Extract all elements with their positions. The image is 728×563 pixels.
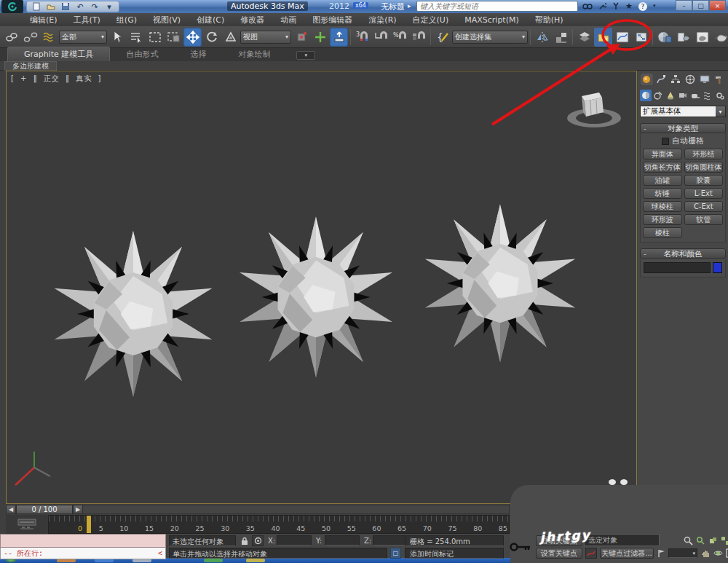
time-configuration-button[interactable] [657,548,667,559]
use-pivot-point-button[interactable] [292,28,310,47]
set-keys-button[interactable] [508,535,533,558]
select-and-manipulate-button[interactable] [311,28,329,47]
maximize-viewport-toggle[interactable] [725,548,728,559]
shapes-category-icon[interactable] [652,90,664,101]
object-type-button[interactable]: 环形波 [643,214,682,225]
percent-snap-button[interactable]: % [391,28,409,47]
geometry-category-icon[interactable] [640,90,652,101]
search-input[interactable] [417,1,577,11]
qat-options-icon[interactable]: ▾ [103,1,115,12]
select-and-move-button[interactable] [183,28,202,47]
orbit-button[interactable] [713,548,724,559]
select-and-rotate-button[interactable] [202,28,221,47]
systems-category-icon[interactable] [714,90,726,101]
close-button[interactable]: × [709,0,726,11]
object-type-button[interactable]: 异面体 [643,149,682,160]
menu-item[interactable]: 编辑(E) [22,13,66,26]
set-key-button[interactable]: 设置关键点 [536,548,582,559]
spinner-snap-button[interactable] [410,28,428,47]
zoom-extents-button[interactable] [708,535,719,546]
curve-editor-button[interactable] [613,28,631,47]
menu-item[interactable]: 动画 [272,13,304,26]
help-icon[interactable]: ? [638,2,647,11]
object-type-button[interactable]: 胶囊 [684,175,724,186]
z-coordinate-field[interactable] [373,535,408,546]
track-bar-ruler[interactable]: 0510152025303540455055606570758085 [48,515,510,534]
object-type-button[interactable]: 球棱柱 [643,201,682,212]
absolute-mode-toggle[interactable] [252,535,264,546]
menu-item[interactable]: 自定义(U) [405,13,457,26]
edit-named-selection-sets-button[interactable]: { [433,28,451,47]
menu-item[interactable]: 修改器 [232,13,272,26]
space-warps-category-icon[interactable] [702,90,713,101]
select-object-button[interactable] [108,28,126,47]
menu-item[interactable]: 渲染(R) [360,13,404,26]
previous-frame-button[interactable]: ◀ [6,505,16,514]
y-coordinate-field[interactable] [325,535,360,546]
hedra-object-3[interactable] [425,204,576,362]
material-editor-button[interactable] [655,28,673,47]
ribbon-tab[interactable]: Graphite 建模工具 [7,47,110,61]
object-type-button[interactable]: 环形结 [684,149,724,160]
menu-item[interactable]: 图形编辑器 [304,13,360,26]
schematic-view-button[interactable] [632,28,650,47]
object-type-rollout-header[interactable]: - 对象类型 [640,123,726,133]
open-file-icon[interactable] [45,1,57,12]
object-color-swatch[interactable] [713,262,722,273]
lights-category-icon[interactable] [665,90,676,101]
redo-icon[interactable]: ↷ [89,1,100,12]
polygon-modeling-tab[interactable]: 多边形建模 [4,61,57,71]
geometry-category-dropdown[interactable]: 扩展基本体 ▾ [640,106,726,117]
menu-item[interactable]: 组(G) [108,13,145,26]
ribbon-minimize-button[interactable]: ▾ [296,51,315,60]
object-type-button[interactable]: 软管 [684,214,724,225]
window-crossing-button[interactable] [165,28,183,47]
menu-item[interactable]: 工具(T) [66,13,108,26]
ribbon-tab[interactable]: 对象绘制 [222,47,286,61]
display-tab-icon[interactable] [697,73,711,86]
zoom-extents-all-button[interactable] [720,535,728,546]
cameras-category-icon[interactable] [677,90,689,101]
new-file-icon[interactable] [31,1,42,12]
selection-lock-toggle[interactable] [239,535,250,546]
key-tangents-button[interactable] [585,548,597,559]
object-type-button[interactable]: L-Ext [684,188,724,199]
help-dropdown-icon[interactable]: ▾ [653,4,656,9]
hedra-object-1[interactable] [55,231,213,397]
maximize-button[interactable]: □ [692,0,709,11]
next-frame-button[interactable]: ▶ [73,505,83,514]
minimize-button[interactable]: – [676,0,692,11]
frame-number-field[interactable]: ▾ [668,548,697,558]
object-name-input[interactable] [644,262,711,273]
object-type-button[interactable]: 纺锤 [643,188,682,199]
manage-layers-button[interactable] [575,28,593,47]
mirror-button[interactable] [533,28,551,47]
hierarchy-tab-icon[interactable] [669,73,683,86]
utilities-tab-icon[interactable] [712,73,726,86]
angle-snap-button[interactable] [372,28,390,47]
menu-item[interactable]: 帮助(H) [527,13,571,26]
add-time-tag[interactable]: 添加时间标记 [405,548,504,559]
select-and-link-button[interactable] [2,28,20,47]
wrench-icon[interactable] [598,2,606,10]
frame-display[interactable]: 0 / 100 [16,505,73,514]
3dsmax-logo-icon[interactable] [1,0,23,13]
selected-objects-dropdown[interactable]: 选定对象 [584,534,660,546]
viewcube-home[interactable] [567,92,621,127]
pan-hand-button[interactable] [700,548,711,559]
menu-item[interactable]: 视图(V) [145,13,189,26]
modify-tab-icon[interactable] [654,73,668,86]
motion-tab-icon[interactable] [683,73,697,86]
ribbon-tab[interactable]: 自由形式 [110,47,174,61]
named-selection-sets-dropdown[interactable]: 创建选择集▾ [452,31,528,44]
select-by-name-button[interactable] [127,28,145,47]
x-coordinate-field[interactable] [277,535,312,546]
search-binoculars-icon[interactable] [582,3,593,10]
helpers-category-icon[interactable] [689,90,701,101]
search-expand-icon[interactable]: ▸ [408,2,411,9]
perspective-viewport[interactable]: [ + ‖ 正交 ‖ 真实 ] [6,71,637,504]
rendered-frame-window-button[interactable] [693,28,711,47]
ribbon-tab[interactable]: 选择 [174,47,222,61]
spinner-icon[interactable]: ▾ [692,551,695,556]
object-type-button[interactable]: 切角长方体 [643,162,682,173]
